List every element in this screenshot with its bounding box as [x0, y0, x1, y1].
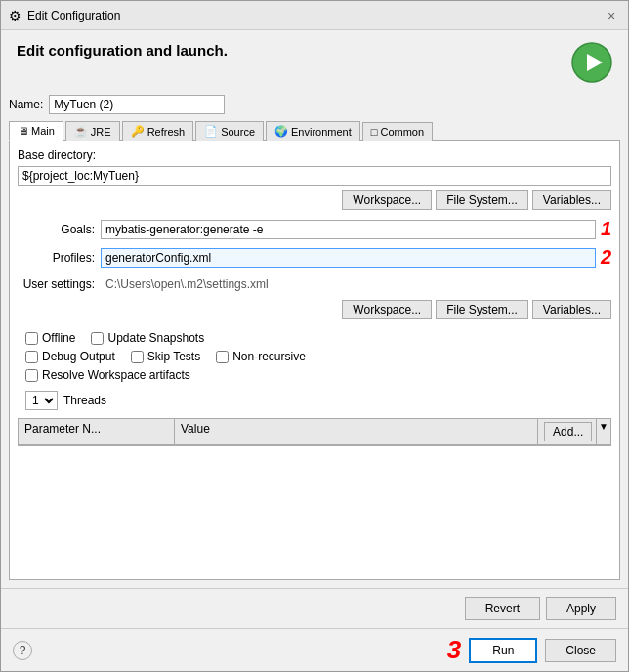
- source-tab-label: Source: [221, 126, 255, 138]
- goals-label: Goals:: [18, 223, 101, 236]
- checkbox-row-3: Resolve Workspace artifacts: [18, 368, 611, 382]
- threads-select[interactable]: 1 2 4: [25, 391, 58, 410]
- refresh-tab-label: Refresh: [147, 126, 186, 138]
- name-input[interactable]: [49, 95, 225, 114]
- apply-button[interactable]: Apply: [546, 597, 616, 620]
- title-bar: ⚙ Edit Configuration ×: [1, 1, 628, 30]
- table-header: Parameter N... Value Add... ▼: [19, 419, 610, 445]
- help-button[interactable]: ?: [13, 641, 32, 660]
- user-settings-value: C:\Users\open\.m2\settings.xml: [101, 274, 611, 294]
- table-add-cell: Add...: [538, 419, 597, 444]
- base-directory-input[interactable]: [18, 166, 611, 186]
- table-scroll-arrow: ▼: [597, 419, 610, 444]
- debug-output-checkbox-label[interactable]: Debug Output: [25, 350, 115, 363]
- annotation-3: 3: [447, 635, 461, 665]
- user-settings-row: User settings: C:\Users\open\.m2\setting…: [18, 274, 611, 294]
- update-snapshots-label: Update Snapshots: [107, 331, 204, 345]
- tab-main[interactable]: 🖥 Main: [9, 121, 63, 141]
- threads-label: Threads: [63, 394, 106, 407]
- offline-checkbox[interactable]: [25, 332, 38, 345]
- table-col-param: Parameter N...: [19, 419, 175, 444]
- variables-button-2[interactable]: Variables...: [532, 300, 611, 319]
- common-tab-label: Common: [380, 126, 424, 138]
- goals-row: Goals: 1: [18, 218, 611, 240]
- update-snapshots-checkbox[interactable]: [91, 332, 104, 345]
- update-snapshots-checkbox-label[interactable]: Update Snapshots: [91, 331, 204, 345]
- refresh-tab-icon: 🔑: [131, 125, 145, 138]
- header-title: Edit configuration and launch.: [17, 42, 228, 59]
- skip-tests-checkbox-label[interactable]: Skip Tests: [131, 350, 200, 363]
- tab-refresh[interactable]: 🔑 Refresh: [122, 121, 194, 141]
- tabs-bar: 🖥 Main ☕ JRE 🔑 Refresh 📄 Source 🌍 Enviro…: [9, 120, 620, 141]
- workspace-button-1[interactable]: Workspace...: [342, 190, 432, 210]
- annotation-2: 2: [601, 246, 611, 269]
- name-label: Name:: [9, 98, 43, 111]
- resolve-workspace-checkbox-label[interactable]: Resolve Workspace artifacts: [25, 368, 190, 382]
- window-title: Edit Configuration: [27, 9, 120, 22]
- resolve-workspace-label: Resolve Workspace artifacts: [42, 368, 190, 382]
- user-settings-label: User settings:: [18, 277, 101, 291]
- tab-common[interactable]: □ Common: [362, 122, 433, 141]
- profiles-row: Profiles: 2: [18, 246, 611, 269]
- title-bar-icon: ⚙: [9, 8, 21, 23]
- skip-tests-label: Skip Tests: [147, 350, 200, 363]
- run-button[interactable]: Run: [469, 638, 537, 663]
- window-close-button[interactable]: ×: [603, 7, 620, 24]
- common-tab-icon: □: [371, 126, 378, 138]
- annotation-1: 1: [601, 218, 611, 240]
- name-row: Name:: [9, 95, 620, 114]
- checkbox-row-2: Debug Output Skip Tests Non-recursive: [18, 350, 611, 363]
- main-tab-icon: 🖥: [18, 125, 28, 137]
- table-col-value: Value: [175, 419, 538, 444]
- skip-tests-checkbox[interactable]: [131, 351, 144, 363]
- main-tab-label: Main: [31, 125, 55, 137]
- offline-checkbox-label[interactable]: Offline: [25, 331, 75, 345]
- debug-output-label: Debug Output: [42, 350, 115, 363]
- profiles-label: Profiles:: [18, 251, 101, 265]
- edit-configuration-window: ⚙ Edit Configuration × Edit configuratio…: [0, 0, 629, 672]
- tab-jre[interactable]: ☕ JRE: [65, 121, 120, 141]
- goals-input[interactable]: [101, 220, 596, 239]
- resolve-workspace-checkbox[interactable]: [25, 369, 38, 382]
- offline-label: Offline: [42, 331, 75, 345]
- footer-bar: ? 3 Run Close: [1, 628, 628, 671]
- dir-button-row: Workspace... File System... Variables...: [18, 190, 611, 210]
- footer-right: 3 Run Close: [447, 635, 616, 665]
- main-panel: Base directory: Workspace... File System…: [9, 141, 620, 580]
- add-parameter-button[interactable]: Add...: [544, 422, 592, 441]
- settings-button-row: Workspace... File System... Variables...: [18, 300, 611, 319]
- filesystem-button-1[interactable]: File System...: [436, 190, 528, 210]
- variables-button-1[interactable]: Variables...: [532, 190, 611, 210]
- non-recursive-checkbox[interactable]: [216, 351, 229, 363]
- content-area: Name: 🖥 Main ☕ JRE 🔑 Refresh 📄 Source �: [1, 91, 628, 588]
- filesystem-button-2[interactable]: File System...: [436, 300, 528, 319]
- checkboxes-area: Offline Update Snapshots Debug Output Sk…: [18, 331, 611, 387]
- jre-tab-icon: ☕: [74, 125, 88, 138]
- non-recursive-checkbox-label[interactable]: Non-recursive: [216, 350, 306, 363]
- source-tab-icon: 📄: [204, 125, 218, 138]
- checkbox-row-1: Offline Update Snapshots: [18, 331, 611, 345]
- environment-tab-icon: 🌍: [274, 125, 288, 138]
- tab-environment[interactable]: 🌍 Environment: [266, 121, 360, 141]
- run-icon[interactable]: [571, 42, 612, 83]
- close-button[interactable]: Close: [545, 639, 616, 662]
- parameters-table: Parameter N... Value Add... ▼: [18, 418, 611, 446]
- jre-tab-label: JRE: [91, 126, 111, 138]
- workspace-button-2[interactable]: Workspace...: [342, 300, 432, 319]
- tab-source[interactable]: 📄 Source: [195, 121, 264, 141]
- non-recursive-label: Non-recursive: [232, 350, 306, 363]
- debug-output-checkbox[interactable]: [25, 351, 38, 363]
- environment-tab-label: Environment: [291, 126, 352, 138]
- header-area: Edit configuration and launch.: [1, 30, 628, 91]
- title-bar-left: ⚙ Edit Configuration: [9, 8, 120, 23]
- revert-button[interactable]: Revert: [465, 597, 540, 620]
- profiles-input[interactable]: [101, 248, 596, 268]
- threads-row: 1 2 4 Threads: [18, 391, 611, 410]
- base-directory-label: Base directory:: [18, 148, 611, 162]
- bottom-button-bar: Revert Apply: [1, 588, 628, 628]
